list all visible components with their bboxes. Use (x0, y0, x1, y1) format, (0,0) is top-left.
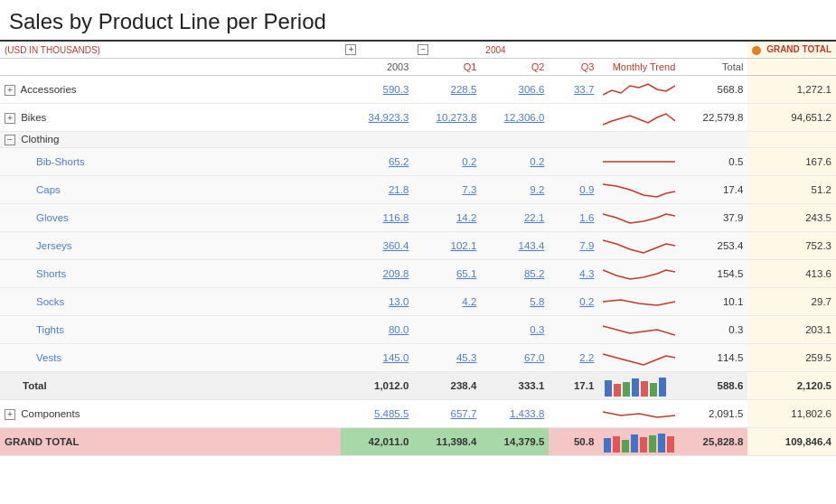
svg-rect-14 (667, 436, 674, 453)
val-total: 0.5 (680, 148, 747, 176)
val-2003: 116.8 (341, 204, 413, 232)
val-2003: 80.0 (341, 316, 413, 344)
col-grandtotal-header (747, 59, 836, 76)
svg-rect-6 (659, 378, 666, 397)
val-grandtotal: 203.1 (747, 316, 836, 344)
sales-table: (USD IN THOUSANDS) + − 2004 GRAND TOTAL … (0, 42, 836, 456)
val-total: 154.5 (680, 260, 747, 288)
expand-icon[interactable]: + (5, 85, 15, 96)
val-total: 22,579.8 (680, 104, 747, 132)
grand-total-header: GRAND TOTAL (747, 42, 836, 59)
col-minus-icon-header[interactable]: − (413, 42, 481, 59)
val-grandtotal: 51.2 (747, 176, 836, 204)
val-grandtotal: 243.5 (747, 204, 836, 232)
col-q3-header: Q3 (549, 59, 598, 76)
indent-spacer (0, 372, 18, 400)
svg-rect-11 (640, 437, 647, 453)
svg-rect-2 (623, 382, 630, 397)
col-2003-header: 2003 (341, 59, 413, 76)
val-q1: 65.1 (413, 260, 481, 288)
val-q1: 238.4 (413, 372, 481, 400)
val-2003: 65.2 (341, 148, 413, 176)
indent-spacer (0, 148, 18, 176)
gt-val-q3: 50.8 (549, 428, 598, 456)
val-q2: 67.0 (481, 344, 549, 372)
subrow-label: Jerseys (18, 232, 341, 260)
subrow-label: Gloves (18, 204, 341, 232)
gt-val-grandtotal: 109,846.4 (747, 428, 836, 456)
expand-icon[interactable]: + (5, 113, 15, 124)
indent-spacer (0, 232, 18, 260)
main-table-container: (USD IN THOUSANDS) + − 2004 GRAND TOTAL … (0, 42, 836, 456)
val-q2: 85.2 (481, 260, 549, 288)
col-total-header: Total (680, 59, 747, 76)
indent-spacer (0, 344, 18, 372)
val-q3 (549, 400, 598, 428)
val-q2: 9.2 (481, 176, 549, 204)
usd-label: (USD IN THOUSANDS) (0, 42, 341, 59)
val-q1: 657.7 (413, 400, 481, 428)
val-q2: 1,433.8 (481, 400, 549, 428)
val-total: 37.9 (680, 204, 747, 232)
val-2003: 13.0 (341, 288, 413, 316)
svg-rect-5 (650, 383, 657, 397)
val-q2: 5.8 (481, 288, 549, 316)
trend-cell (598, 104, 680, 132)
val-q3: 17.1 (549, 372, 598, 400)
group-name: Components (21, 408, 80, 419)
val-q3: 33.7 (549, 76, 598, 104)
val-grandtotal: 29.7 (747, 288, 836, 316)
clothing-group-label: − Clothing (0, 132, 341, 148)
page-title: Sales by Product Line per Period (0, 0, 836, 42)
val-grandtotal: 2,120.5 (747, 372, 836, 400)
trend-cell (598, 260, 680, 288)
val-q2: 306.6 (481, 76, 549, 104)
collapse-icon[interactable]: − (5, 135, 15, 145)
val-q1: 10,273.8 (413, 104, 481, 132)
val-q3 (549, 316, 598, 344)
indent-spacer (0, 204, 18, 232)
svg-rect-9 (622, 440, 629, 453)
trend-cell (598, 288, 680, 316)
val-grandtotal: 94,651.2 (747, 104, 836, 132)
val-2003: 34,923.3 (341, 104, 413, 132)
trend-cell (598, 76, 680, 104)
val-q3: 2.2 (549, 344, 598, 372)
empty-header-label (0, 59, 341, 76)
val-q1: 228.5 (413, 76, 481, 104)
group-label: + Accessories (0, 76, 341, 104)
svg-rect-13 (658, 434, 665, 453)
svg-rect-4 (641, 381, 648, 397)
val-q1: 102.1 (413, 232, 481, 260)
trend-cell (598, 232, 680, 260)
val-q2: 0.2 (481, 148, 549, 176)
val-grandtotal: 11,802.6 (747, 400, 836, 428)
grand-total-label: GRAND TOTAL (766, 44, 831, 54)
val-2003-empty (341, 132, 413, 148)
val-2003: 209.8 (341, 260, 413, 288)
val-q2: 12,306.0 (481, 104, 549, 132)
col-plus-icon-header[interactable]: + (341, 42, 413, 59)
expand-icon[interactable]: + (5, 409, 15, 420)
group-name: Accessories (21, 84, 77, 95)
group-name: Bikes (21, 112, 46, 123)
trend-cell (598, 400, 680, 428)
subrow-label: Caps (18, 176, 341, 204)
val-q1: 0.2 (413, 148, 481, 176)
val-q2: 143.4 (481, 232, 549, 260)
svg-rect-1 (614, 384, 621, 397)
svg-rect-3 (632, 378, 639, 397)
val-q3: 0.2 (549, 288, 598, 316)
val-total: 2,091.5 (680, 400, 747, 428)
trend-cell (598, 148, 680, 176)
year-2004-header: 2004 (481, 42, 598, 59)
val-q3 (549, 148, 598, 176)
subrow-label: Tights (18, 316, 341, 344)
trend-cell (598, 204, 680, 232)
val-q3: 7.9 (549, 232, 598, 260)
val-grandtotal: 752.3 (747, 232, 836, 260)
trend-cell (598, 344, 680, 372)
val-2003: 21.8 (341, 176, 413, 204)
val-total: 114.5 (680, 344, 747, 372)
gt-trend-cell (598, 428, 680, 456)
